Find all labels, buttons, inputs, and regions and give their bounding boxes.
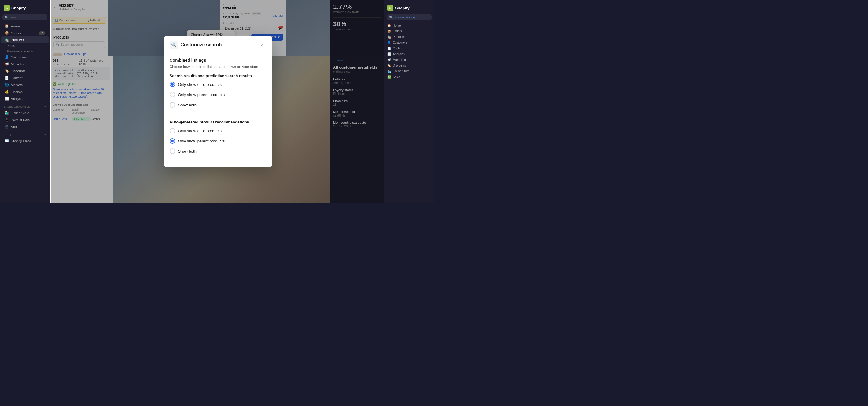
modal-body: Combined listings Choose how combined li… <box>164 53 272 167</box>
radio-label-both-reco: Show both <box>178 149 196 154</box>
sidebar-item-home[interactable]: 🏠 Home <box>1 23 49 30</box>
radio-circle-child-reco <box>170 128 175 133</box>
right-sidebar: S Shopify 🔍 Search & Discovery 🏠 Home 📦 … <box>384 0 434 203</box>
email-icon: ✉️ <box>5 139 9 143</box>
radio-label-both-search: Show both <box>178 103 196 107</box>
radio-circle-both-reco <box>170 148 175 154</box>
radio-only-child-search[interactable]: Only show child products <box>170 79 266 90</box>
radio-circle-both-search <box>170 102 175 107</box>
markets-icon: 🌐 <box>5 83 9 87</box>
rs-online-store-icon: 🏪 <box>387 70 391 73</box>
marketing-icon: 📢 <box>5 62 9 66</box>
radio-circle-parent-search <box>170 92 175 97</box>
auto-reco-title: Auto-generated product recommendations <box>170 120 266 124</box>
auto-reco-radio-group: Only show child products Only show paren… <box>170 126 266 156</box>
search-magnifier-icon: 🔍 <box>171 42 176 47</box>
rs-customers-icon: 👤 <box>387 41 391 44</box>
sidebar-item-shopify-email[interactable]: ✉️ Shopify Email <box>1 137 49 144</box>
sidebar-item-content[interactable]: 📄 Content <box>1 74 49 81</box>
sidebar-item-shop[interactable]: 🛒 Shop <box>1 123 49 130</box>
search-results-title: Search results and predictive search res… <box>170 73 266 78</box>
modal-header: 🔍 Customize search × <box>164 36 272 53</box>
rs-item-sales[interactable]: 💹 Sales <box>384 74 434 80</box>
radio-circle-parent-reco <box>170 138 175 144</box>
customers-icon: 👤 <box>5 55 9 59</box>
apps-label: Apps + <box>0 130 50 137</box>
radio-label-child-reco: Only show child products <box>178 129 222 133</box>
combined-listings-desc: Choose how combined listings are shown o… <box>170 64 266 70</box>
rs-sales-icon: 💹 <box>387 75 391 79</box>
rs-item-orders[interactable]: 📦 Orders <box>384 28 434 34</box>
pos-icon: 📱 <box>5 118 9 122</box>
content-icon: 📄 <box>5 76 9 80</box>
orders-badge: 13 <box>39 31 45 35</box>
sidebar-item-finance[interactable]: 💰 Finance <box>1 88 49 95</box>
rs-item-online-store[interactable]: 🏪 Online Store <box>384 68 434 74</box>
sidebar-item-marketing[interactable]: 📢 Marketing <box>1 61 49 67</box>
rs-discounts-icon: 🏷️ <box>387 64 391 67</box>
sidebar-item-markets[interactable]: 🌐 Markets <box>1 81 49 88</box>
radio-label-child-search: Only show child products <box>178 82 222 87</box>
combined-listings-title: Combined listings <box>170 58 266 63</box>
rs-item-products[interactable]: 🛍️ Products <box>384 34 434 40</box>
left-sidebar: S Shopify 🔍 Search 🏠 Home 📦 Orders 13 🛍️… <box>0 0 50 203</box>
right-shopify-logo: S Shopify <box>384 2 434 13</box>
rs-item-discounts[interactable]: 🏷️ Discounts <box>384 63 434 68</box>
online-store-icon: 🏪 <box>5 111 9 115</box>
rs-home-icon: 🏠 <box>387 24 391 27</box>
shopify-logo: S Shopify <box>0 2 50 13</box>
rs-orders-icon: 📦 <box>387 30 391 33</box>
orders-icon: 📦 <box>5 31 9 35</box>
analytics-icon: 📊 <box>5 97 9 101</box>
modal-search-icon: 🔍 <box>170 41 178 49</box>
rs-search-icon: 🔍 <box>389 16 393 19</box>
radio-show-both-reco[interactable]: Show both <box>170 146 266 156</box>
rs-item-marketing[interactable]: 📢 Marketing <box>384 57 434 63</box>
rs-item-analytics[interactable]: 📊 Analytics <box>384 51 434 57</box>
sidebar-item-analytics[interactable]: 📊 Analytics <box>1 95 49 102</box>
radio-circle-child-search <box>170 81 175 87</box>
modal-overlay[interactable]: 🔍 Customize search × Combined listings C… <box>51 0 384 203</box>
search-results-radio-group: Only show child products Only show paren… <box>170 79 266 110</box>
rs-item-customers[interactable]: 👤 Customers <box>384 40 434 45</box>
shopify-logo-icon: S <box>4 5 10 11</box>
apps-expand-icon: + <box>44 133 46 136</box>
rs-content-icon: 📄 <box>387 47 391 50</box>
rs-products-icon: 🛍️ <box>387 35 391 39</box>
sidebar-item-abandoned[interactable]: Abandoned checkouts <box>0 48 50 54</box>
modal-close-button[interactable]: × <box>259 41 266 48</box>
radio-only-parent-reco[interactable]: Only show parent products <box>170 136 266 146</box>
customize-search-modal: 🔍 Customize search × Combined listings C… <box>164 36 272 167</box>
section-divider <box>170 116 266 116</box>
sidebar-item-pos[interactable]: 📱 Point of Sale <box>1 116 49 123</box>
radio-only-child-reco[interactable]: Only show child products <box>170 126 266 136</box>
sidebar-item-products[interactable]: 🛍️ Products <box>1 36 49 43</box>
rs-item-home[interactable]: 🏠 Home <box>384 23 434 28</box>
sidebar-item-customers[interactable]: 👤 Customers <box>1 54 49 61</box>
sales-channels-label: Sales channels + <box>0 102 50 109</box>
search-bar[interactable]: 🔍 Search <box>2 14 47 20</box>
home-icon: 🏠 <box>5 24 9 28</box>
right-shopify-logo-icon: S <box>387 5 393 11</box>
shop-icon: 🛒 <box>5 125 9 129</box>
radio-show-both-search[interactable]: Show both <box>170 100 266 110</box>
radio-only-parent-search[interactable]: Only show parent products <box>170 90 266 100</box>
sidebar-item-drafts[interactable]: Drafts <box>0 43 50 48</box>
discounts-icon: 🏷️ <box>5 69 9 73</box>
right-search-bar[interactable]: 🔍 Search & Discovery <box>387 14 432 20</box>
search-icon: 🔍 <box>5 16 8 19</box>
modal-title: Customize search <box>181 42 222 47</box>
rs-marketing-icon: 📢 <box>387 58 391 62</box>
expand-icon: + <box>44 105 46 108</box>
products-icon: 🛍️ <box>5 38 9 42</box>
sidebar-item-discounts[interactable]: 🏷️ Discounts <box>1 67 49 74</box>
rs-analytics-icon: 📊 <box>387 53 391 56</box>
radio-label-parent-search: Only show parent products <box>178 93 225 97</box>
sidebar-item-orders[interactable]: 📦 Orders 13 <box>1 30 49 36</box>
rs-item-content[interactable]: 📄 Content <box>384 45 434 51</box>
radio-label-parent-reco: Only show parent products <box>178 139 225 143</box>
finance-icon: 💰 <box>5 90 9 94</box>
sidebar-item-online-store[interactable]: 🏪 Online Store <box>1 109 49 116</box>
